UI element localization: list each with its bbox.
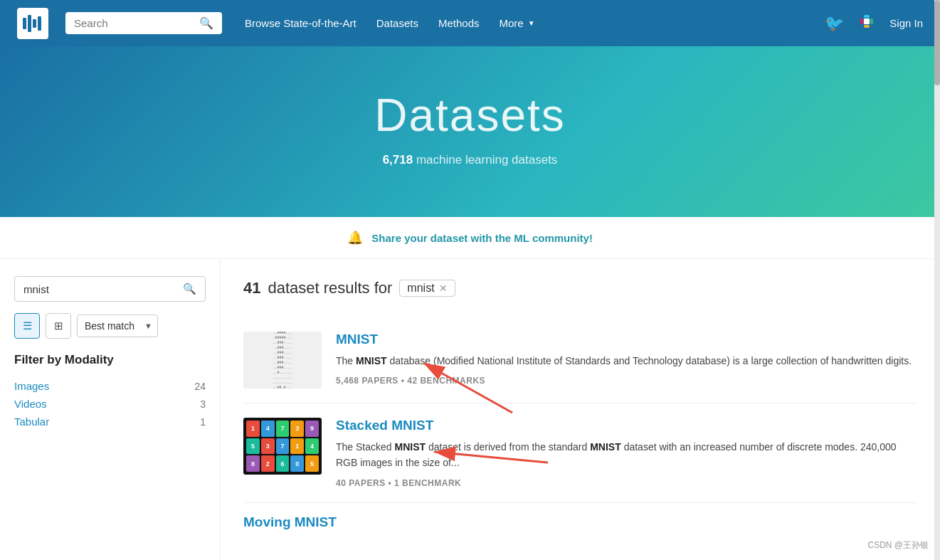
dataset-meta-stacked: 40 PAPERS • 1 BENCHMARK xyxy=(336,478,917,488)
svg-rect-6 xyxy=(870,19,873,24)
filter-images-link[interactable]: Images xyxy=(14,380,49,392)
hero-subtitle-text: machine learning datasets xyxy=(416,153,557,167)
filter-item-images: Images 24 xyxy=(14,377,206,395)
svg-rect-8 xyxy=(864,19,870,24)
scrollbar[interactable] xyxy=(934,0,940,560)
chevron-down-icon: ▼ xyxy=(528,19,535,27)
svg-rect-0 xyxy=(23,18,26,29)
list-view-button[interactable]: ☰ xyxy=(14,313,40,339)
nav-icons: 🐦 Sign In xyxy=(825,13,923,34)
nav-search-box: 🔍 xyxy=(65,12,222,34)
bold-mnist-3: MNIST xyxy=(590,441,621,453)
results-count: 41 xyxy=(243,279,260,297)
bell-icon: 🔔 xyxy=(347,231,363,245)
content-area: 🔍 ☰ ⊞ Best match Most cited Most recent … xyxy=(0,259,940,560)
filter-tabular-count: 1 xyxy=(200,416,206,428)
svg-rect-5 xyxy=(864,15,870,18)
dataset-title-mnist[interactable]: MNIST xyxy=(336,332,378,347)
remove-query-button[interactable]: ✕ xyxy=(439,282,448,294)
slack-icon[interactable] xyxy=(858,13,875,34)
sort-select[interactable]: Best match Most cited Most recent xyxy=(77,315,158,337)
list-icon: ☰ xyxy=(23,319,32,332)
grid-icon: ⊞ xyxy=(54,319,63,332)
share-banner-link[interactable]: Share your dataset with the ML community… xyxy=(371,232,593,244)
sidebar-search-icon: 🔍 xyxy=(183,282,196,295)
benchmarks-count-stacked: 1 xyxy=(394,478,399,488)
nav-search-icon: 🔍 xyxy=(199,16,213,30)
dataset-title-moving[interactable]: Moving MNIST xyxy=(243,514,337,530)
twitter-icon[interactable]: 🐦 xyxy=(825,14,844,33)
nav-search-input[interactable] xyxy=(74,17,194,29)
nav-methods[interactable]: Methods xyxy=(438,17,480,29)
papers-count-stacked: 40 xyxy=(336,478,346,488)
sort-wrapper: Best match Most cited Most recent xyxy=(77,315,158,337)
filter-item-videos: Videos 3 xyxy=(14,395,206,413)
navbar: 🔍 Browse State-of-the-Art Datasets Metho… xyxy=(0,0,940,46)
papers-count-mnist: 5,468 xyxy=(336,376,359,386)
grid-view-button[interactable]: ⊞ xyxy=(46,313,71,339)
dataset-card-moving-partial: Moving MNIST xyxy=(243,503,917,547)
results-header: 41 dataset results for mnist ✕ xyxy=(243,279,917,297)
svg-rect-2 xyxy=(33,19,36,28)
query-text: mnist xyxy=(407,282,434,295)
nav-datasets[interactable]: Datasets xyxy=(376,17,418,29)
benchmarks-count-mnist: 42 xyxy=(407,376,417,386)
filter-images-count: 24 xyxy=(194,381,206,392)
sidebar-search-input[interactable] xyxy=(23,283,177,295)
filter-tabular-link[interactable]: Tabular xyxy=(14,416,49,428)
filter-videos-link[interactable]: Videos xyxy=(14,398,47,410)
filter-title: Filter by Modality xyxy=(14,353,206,367)
dataset-meta-mnist: 5,468 PAPERS • 42 BENCHMARKS xyxy=(336,376,917,386)
sidebar: 🔍 ☰ ⊞ Best match Most cited Most recent … xyxy=(0,259,221,560)
dataset-title-stacked[interactable]: Stacked MNIST xyxy=(336,418,433,433)
share-banner: 🔔 Share your dataset with the ML communi… xyxy=(0,217,940,259)
dataset-info-stacked: Stacked MNIST The Stacked MNIST dataset … xyxy=(336,418,917,488)
filter-videos-count: 3 xyxy=(200,398,206,410)
nav-links: Browse State-of-the-Art Datasets Methods… xyxy=(245,17,535,29)
results-label: dataset results for xyxy=(268,279,392,297)
svg-rect-3 xyxy=(38,16,41,31)
dataset-card-mnist: ...........##.#.....####....#####.....##… xyxy=(243,317,917,403)
signin-link[interactable]: Sign In xyxy=(889,17,923,29)
nav-more[interactable]: More ▼ xyxy=(499,17,534,29)
main-content: 41 dataset results for mnist ✕ .........… xyxy=(221,259,940,560)
hero-title: Datasets xyxy=(14,89,926,142)
dataset-card-stacked-mnist: 1 4 7 3 9 5 3 7 1 4 8 2 6 0 5 xyxy=(243,403,917,503)
svg-rect-4 xyxy=(860,19,863,24)
svg-rect-1 xyxy=(28,15,31,32)
dataset-thumb-mnist: ...........##.#.....####....#####.....##… xyxy=(243,332,322,389)
hero-section: Datasets 6,718 machine learning datasets xyxy=(0,46,940,217)
dataset-info-mnist: MNIST The MNIST database (Modified Natio… xyxy=(336,332,917,389)
bold-mnist-1: MNIST xyxy=(356,355,387,366)
scrollbar-thumb[interactable] xyxy=(934,0,940,85)
filter-item-tabular: Tabular 1 xyxy=(14,413,206,430)
view-toggles: ☰ ⊞ Best match Most cited Most recent xyxy=(14,313,206,339)
svg-rect-7 xyxy=(864,25,870,28)
bold-mnist-2: MNIST xyxy=(395,441,426,453)
sidebar-search-box: 🔍 xyxy=(14,276,206,302)
dataset-desc-stacked: The Stacked MNIST dataset is derived fro… xyxy=(336,439,917,471)
dataset-count: 6,718 xyxy=(383,153,413,167)
dataset-desc-mnist: The MNIST database (Modified National In… xyxy=(336,353,917,369)
site-logo[interactable] xyxy=(17,8,48,39)
query-badge: mnist ✕ xyxy=(399,280,455,297)
dataset-thumb-stacked: 1 4 7 3 9 5 3 7 1 4 8 2 6 0 5 xyxy=(243,418,322,475)
hero-subtitle: 6,718 machine learning datasets xyxy=(14,153,926,167)
nav-browse-sota[interactable]: Browse State-of-the-Art xyxy=(245,17,357,29)
filter-section: Filter by Modality Images 24 Videos 3 Ta… xyxy=(14,353,206,430)
